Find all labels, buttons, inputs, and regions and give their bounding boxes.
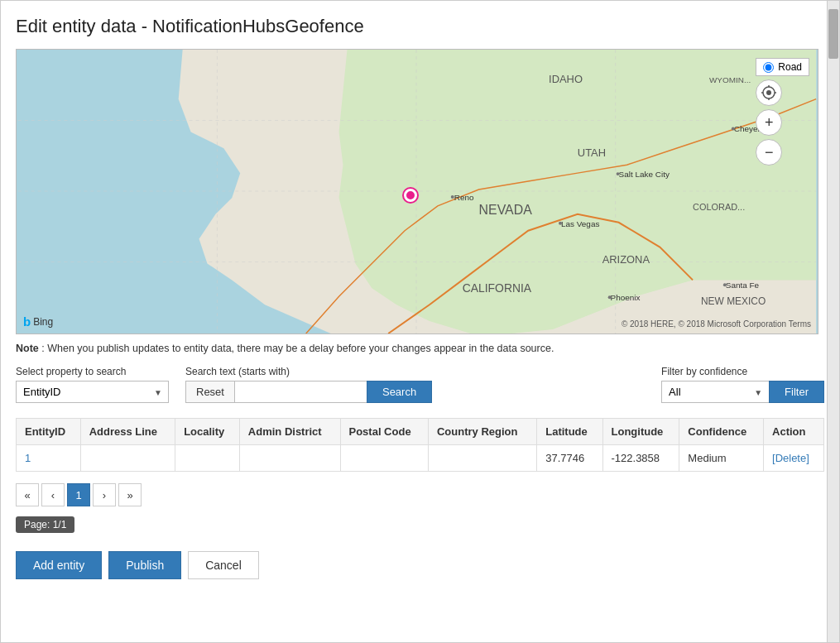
bing-b-icon: b xyxy=(23,314,31,329)
cell-latitude: 37.7746 xyxy=(537,445,602,472)
search-text-label: Search text (starts with) xyxy=(185,366,432,377)
location-icon xyxy=(761,85,776,100)
reset-button[interactable]: Reset xyxy=(185,381,234,403)
map-zoom-in-button[interactable]: + xyxy=(756,109,782,136)
property-select[interactable]: EntityID Address Line Locality Admin Dis… xyxy=(16,381,169,403)
filter-group: Filter by confidence All High Medium Low… xyxy=(661,366,824,403)
map-pin xyxy=(404,189,417,202)
col-confidence: Confidence xyxy=(679,419,764,445)
cell-locality xyxy=(175,445,240,472)
table-body: 1 37.7746 -122.3858 Medium [Delete] xyxy=(17,445,824,472)
zoom-out-icon: − xyxy=(765,144,774,161)
scrollbar-thumb[interactable] xyxy=(828,9,838,59)
svg-text:IDAHO: IDAHO xyxy=(549,73,583,85)
svg-text:ARIZONA: ARIZONA xyxy=(602,253,650,266)
svg-point-22 xyxy=(617,172,620,175)
first-page-button[interactable]: « xyxy=(16,483,39,506)
bing-label: Bing xyxy=(33,316,53,328)
map-road-label: Road xyxy=(778,61,802,73)
search-input-row: Reset Search xyxy=(185,381,432,403)
col-latitude: Latitude xyxy=(537,419,602,445)
search-text-group: Search text (starts with) Reset Search xyxy=(185,366,432,403)
current-page-button[interactable]: 1 xyxy=(67,483,90,506)
col-postal-code: Postal Code xyxy=(340,419,428,445)
cell-country-region xyxy=(428,445,536,472)
cell-admin-district xyxy=(239,445,340,472)
bing-logo: b Bing xyxy=(23,314,53,329)
svg-text:Reno: Reno xyxy=(454,193,474,202)
col-action: Action xyxy=(764,419,824,445)
bottom-buttons: Add entity Publish Cancel xyxy=(16,551,824,579)
col-locality: Locality xyxy=(175,419,240,445)
svg-point-24 xyxy=(559,222,562,225)
map-location-button[interactable] xyxy=(756,79,782,106)
svg-text:CALIFORNIA: CALIFORNIA xyxy=(463,281,532,295)
page-title: Edit entity data - NotificationHubsGeofe… xyxy=(16,16,824,37)
svg-text:UTAH: UTAH xyxy=(578,146,606,159)
table-header-row: EntityID Address Line Locality Admin Dis… xyxy=(17,419,824,445)
cell-postal-code xyxy=(340,445,428,472)
map-road-button[interactable]: Road xyxy=(756,58,809,76)
last-page-button[interactable]: » xyxy=(118,483,142,506)
svg-text:Salt Lake City: Salt Lake City xyxy=(619,170,670,179)
svg-text:Santa Fe: Santa Fe xyxy=(726,281,760,290)
pagination: « ‹ 1 › » xyxy=(16,480,824,510)
filter-label: Filter by confidence xyxy=(661,366,824,377)
search-button[interactable]: Search xyxy=(367,381,432,403)
map-zoom-out-button[interactable]: − xyxy=(756,139,782,166)
filter-row: All High Medium Low ▼ Filter xyxy=(661,381,824,403)
svg-text:Las Vegas: Las Vegas xyxy=(561,219,599,228)
property-select-wrapper: EntityID Address Line Locality Admin Dis… xyxy=(16,381,169,403)
cancel-button[interactable]: Cancel xyxy=(188,551,259,579)
data-table: EntityID Address Line Locality Admin Dis… xyxy=(16,418,824,472)
delete-link[interactable]: [Delete] xyxy=(772,452,809,464)
svg-point-30 xyxy=(723,283,727,286)
table-row: 1 37.7746 -122.3858 Medium [Delete] xyxy=(17,445,824,472)
col-longitude: Longitude xyxy=(602,419,679,445)
map-road-radio[interactable] xyxy=(763,62,774,73)
property-search-label: Select property to search xyxy=(16,366,169,377)
svg-point-32 xyxy=(608,295,612,299)
svg-point-20 xyxy=(451,195,454,199)
map-controls: Road + − xyxy=(756,58,809,166)
zoom-in-icon: + xyxy=(765,114,774,132)
note-label: Note xyxy=(16,343,39,354)
filter-button[interactable]: Filter xyxy=(769,381,824,403)
cell-entity-id: 1 xyxy=(17,445,81,472)
publish-button[interactable]: Publish xyxy=(108,551,181,579)
map-copyright: © 2018 HERE, © 2018 Microsoft Corporatio… xyxy=(622,319,811,329)
svg-point-44 xyxy=(766,90,771,95)
page-info: Page: 1/1 xyxy=(16,516,74,533)
col-country-region: Country Region xyxy=(428,419,536,445)
note-text: Note : When you publish updates to entit… xyxy=(16,343,824,354)
search-input[interactable] xyxy=(234,381,367,403)
next-page-button[interactable]: › xyxy=(93,483,116,506)
col-entity-id: EntityID xyxy=(17,419,81,445)
prev-page-button[interactable]: ‹ xyxy=(41,483,65,506)
property-search-group: Select property to search EntityID Addre… xyxy=(16,366,169,403)
map-svg: NEVADA CALIFORNIA ARIZONA NEW MEXICO UTA… xyxy=(17,50,818,333)
search-bar: Select property to search EntityID Addre… xyxy=(16,366,824,403)
svg-text:NEW MEXICO: NEW MEXICO xyxy=(701,295,766,307)
col-admin-district: Admin District xyxy=(239,419,340,445)
svg-text:Phoenix: Phoenix xyxy=(611,293,641,302)
add-entity-button[interactable]: Add entity xyxy=(16,551,102,579)
map-container[interactable]: NEVADA CALIFORNIA ARIZONA NEW MEXICO UTA… xyxy=(16,49,818,334)
svg-text:NEVADA: NEVADA xyxy=(479,203,533,217)
col-address-line: Address Line xyxy=(80,419,175,445)
main-window: Edit entity data - NotificationHubsGeofe… xyxy=(0,0,840,643)
entity-id-link[interactable]: 1 xyxy=(25,452,31,464)
cell-longitude: -122.3858 xyxy=(602,445,679,472)
filter-select[interactable]: All High Medium Low xyxy=(661,381,769,403)
filter-select-wrapper: All High Medium Low ▼ xyxy=(661,381,769,403)
table-header: EntityID Address Line Locality Admin Dis… xyxy=(17,419,824,445)
cell-address-line xyxy=(80,445,175,472)
svg-text:WYOMIN...: WYOMIN... xyxy=(709,75,751,84)
svg-text:COLORAD...: COLORAD... xyxy=(693,202,745,212)
cell-confidence: Medium xyxy=(679,445,764,472)
cell-action: [Delete] xyxy=(764,445,824,472)
note-content: : When you publish updates to entity dat… xyxy=(41,343,554,354)
svg-point-28 xyxy=(732,127,735,130)
